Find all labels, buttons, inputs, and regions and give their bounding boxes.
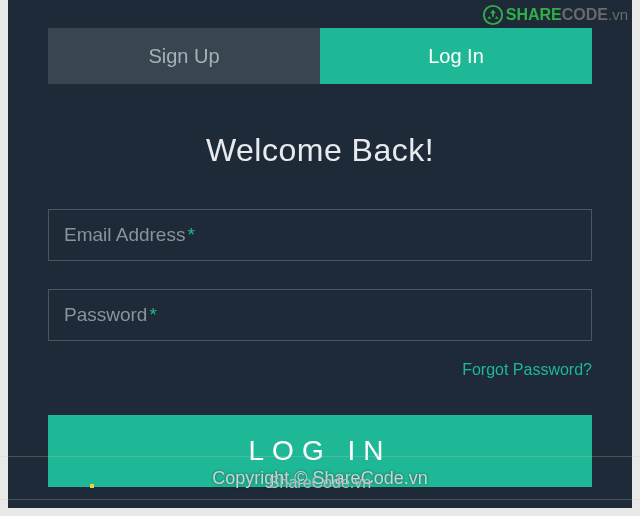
marker-dot: [90, 484, 94, 488]
forgot-password-wrap: Forgot Password?: [48, 361, 592, 379]
recycle-icon: [482, 4, 504, 26]
auth-tabs: Sign Up Log In: [48, 28, 592, 84]
email-field[interactable]: [48, 209, 592, 261]
tab-signup-label: Sign Up: [148, 45, 219, 68]
login-panel: Sign Up Log In Welcome Back! Email Addre…: [8, 0, 632, 508]
watermark-mid: ShareCode.vn: [269, 474, 371, 492]
page-title: Welcome Back!: [8, 132, 632, 169]
watermark-logo: SHARECODE.vn: [482, 4, 628, 26]
tab-signup[interactable]: Sign Up: [48, 28, 320, 84]
watermark-text: SHARECODE.vn: [506, 6, 628, 24]
tab-login-label: Log In: [428, 45, 484, 68]
password-wrapper: Password*: [48, 289, 592, 341]
login-form: Email Address* Password* Forgot Password…: [8, 209, 632, 487]
tab-login[interactable]: Log In: [320, 28, 592, 84]
email-wrapper: Email Address*: [48, 209, 592, 261]
forgot-password-link[interactable]: Forgot Password?: [462, 361, 592, 378]
password-field[interactable]: [48, 289, 592, 341]
